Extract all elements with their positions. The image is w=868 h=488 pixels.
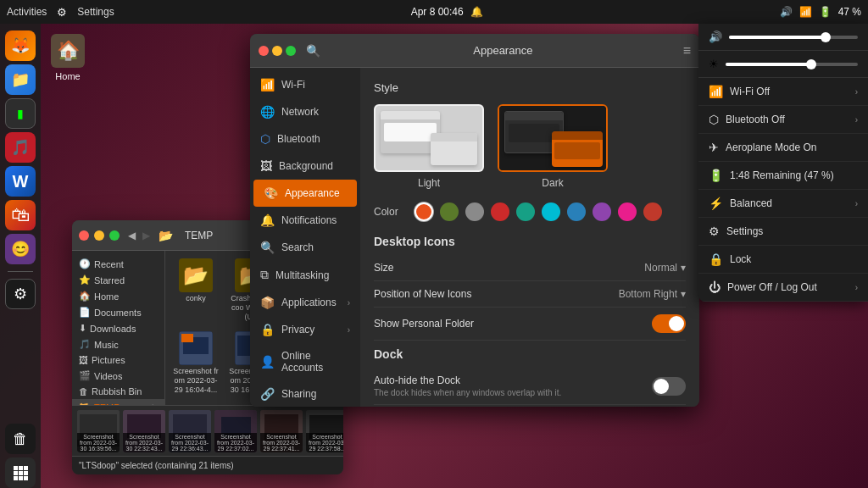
thumb-2[interactable]: Screenshot from 2022-03-30 22:32:43... (123, 410, 165, 452)
multitasking-icon: ⧉ (260, 268, 269, 282)
sidebar-item-music[interactable]: 🎵Music (72, 336, 164, 352)
sidebar-item-rubbish[interactable]: 🗑Rubbish Bin (72, 384, 164, 399)
color-blue[interactable] (567, 202, 586, 221)
dock-item-firefox[interactable]: 🦊 (5, 30, 36, 61)
settings-item-privacy[interactable]: 🔒 Privacy › (250, 316, 360, 343)
color-pink[interactable] (618, 202, 637, 221)
activities-button[interactable]: Activities (7, 6, 47, 18)
dock-item-settings[interactable]: ⚙ (5, 279, 36, 309)
file-screen1-label: Screenshot from 2022-03-29 16:04-4... (173, 367, 219, 394)
file-conky-label: conky (186, 294, 206, 303)
color-orange[interactable] (415, 202, 433, 221)
size-value-text: Normal (644, 262, 677, 274)
color-crimson[interactable] (643, 202, 662, 221)
brightness-icon: ☀ (709, 58, 719, 70)
color-red[interactable] (491, 202, 509, 221)
color-cyan[interactable] (542, 202, 560, 221)
settings-item-search[interactable]: 🔍 Search (250, 234, 360, 261)
qp-aeroplane[interactable]: ✈ Aeroplane Mode On (698, 134, 868, 162)
search-settings-icon: 🔍 (260, 241, 275, 254)
dock-item-files[interactable]: 📁 (5, 64, 36, 95)
sidebar-item-temp[interactable]: 📂TEMP ✎ (72, 399, 164, 405)
settings-item-network[interactable]: 🌐 Network (250, 98, 360, 125)
sidebar-item-starred[interactable]: ⭐Starred (72, 272, 164, 288)
settings-item-apps[interactable]: 📦 Applications › (250, 289, 360, 316)
settings-min-btn[interactable] (272, 46, 282, 56)
sidebar-item-videos[interactable]: 🎬Videos (72, 368, 164, 384)
qp-battery[interactable]: 🔋 1:48 Remaining (47 %) (698, 162, 868, 190)
thumb-3[interactable]: Screenshot from 2022-03-29 22:36:43... (169, 410, 211, 452)
dark-preview (498, 104, 608, 172)
wifi-icon[interactable]: 📶 (799, 6, 812, 18)
settings-max-btn[interactable] (286, 46, 296, 56)
brightness-slider[interactable] (726, 63, 858, 66)
sidebar-item-pictures[interactable]: 🖼Pictures (72, 352, 164, 368)
speaker-icon[interactable]: 🔊 (780, 6, 793, 18)
qp-wifi-label: Wi-Fi Off (730, 86, 770, 97)
qp-wifi[interactable]: 📶 Wi-Fi Off › (698, 78, 868, 106)
sidebar-item-downloads[interactable]: ⬇Downloads (72, 320, 164, 336)
position-value[interactable]: Bottom Right ▾ (619, 288, 686, 300)
qp-bt-label: Bluetooth Off (726, 114, 785, 125)
dock-item-grid[interactable] (5, 458, 36, 488)
thumb-5[interactable]: Screenshot from 2022-03-29 22:37:41... (260, 410, 303, 452)
sidebar-item-documents[interactable]: 📄Documents (72, 304, 164, 320)
color-purple[interactable] (593, 202, 611, 221)
file-item-conky[interactable]: 📂 conky (170, 256, 221, 324)
files-close-btn[interactable] (79, 230, 89, 241)
dock-item-terminal[interactable]: ▮ (5, 98, 36, 129)
background-icon: 🖼 (260, 159, 272, 173)
personal-folder-toggle[interactable] (652, 314, 686, 333)
personal-folder-row: Show Personal Folder (374, 308, 686, 341)
autohide-toggle[interactable] (652, 377, 686, 396)
sidebar-item-home[interactable]: 🏠Home (72, 288, 164, 304)
color-olive[interactable] (440, 202, 459, 221)
settings-item-bluetooth[interactable]: ⬡ Bluetooth (250, 125, 360, 152)
settings-item-notifications[interactable]: 🔔 Notifications (250, 207, 360, 234)
file-item-screen1[interactable]: Screenshot from 2022-03-29 16:04-4... (170, 329, 221, 396)
files-window-title: TEMP (185, 230, 213, 241)
style-option-dark[interactable]: Dark (498, 104, 608, 189)
qp-lock-left: 🔒 Lock (709, 252, 751, 266)
sidebar-item-recent[interactable]: 🕐Recent (72, 256, 164, 272)
settings-search-btn[interactable]: 🔍 (303, 41, 323, 61)
color-teal[interactable] (516, 202, 535, 221)
files-back-btn[interactable]: ◀ (128, 230, 136, 241)
desktop: Activities ⚙ Settings Apr 8 00:46 🔔 🔊 📶 … (0, 0, 868, 488)
settings-item-appearance-label: Appearance (285, 187, 340, 199)
settings-close-btn[interactable] (259, 46, 269, 56)
settings-item-multitasking[interactable]: ⧉ Multitasking (250, 261, 360, 289)
style-option-light[interactable]: Light (374, 104, 484, 189)
thumb-4[interactable]: Screenshot from 2022-03-29 22:37:02... (214, 410, 257, 452)
battery-label: 47 % (838, 6, 861, 18)
qp-power[interactable]: ⏻ Power Off / Log Out › (698, 274, 868, 302)
home-folder-icon: 🏠 (51, 34, 85, 68)
svg-rect-6 (14, 476, 18, 480)
settings-item-background[interactable]: 🖼 Background (250, 152, 360, 180)
settings-item-accounts[interactable]: 👤 Online Accounts (250, 343, 360, 380)
files-min-btn[interactable] (94, 230, 104, 241)
settings-item-sharing[interactable]: 🔗 Sharing (250, 380, 360, 407)
dock-item-emoji[interactable]: 😊 (5, 234, 36, 264)
size-value[interactable]: Normal ▾ (644, 262, 686, 274)
thumb-6[interactable]: Screenshot from 2022-03-29 22:37:58... (306, 410, 343, 452)
thumb-1[interactable]: Screenshot from 2022-03-30 16:39:56... (77, 410, 120, 452)
settings-item-sharing-label: Sharing (281, 388, 316, 400)
volume-slider[interactable] (729, 36, 858, 39)
color-gray[interactable] (465, 202, 484, 221)
autohide-knob (654, 379, 669, 394)
qp-bluetooth[interactable]: ⬡ Bluetooth Off › (698, 106, 868, 134)
qp-settings[interactable]: ⚙ Settings (698, 218, 868, 246)
files-max-btn[interactable] (109, 230, 120, 241)
settings-item-appearance[interactable]: 🎨 Appearance (253, 180, 357, 207)
battery-icon[interactable]: 🔋 (819, 6, 832, 18)
qp-balanced[interactable]: ⚡ Balanced › (698, 190, 868, 218)
dock-item-trash[interactable]: 🗑 (5, 424, 36, 454)
qp-lock[interactable]: 🔒 Lock (698, 246, 868, 274)
dock-item-libreoffice[interactable]: W (5, 166, 36, 197)
settings-menu-btn[interactable]: ≡ (683, 43, 691, 58)
desktop-home-icon[interactable]: 🏠 Home (51, 34, 85, 81)
dock-item-rhythmbox[interactable]: 🎵 (5, 132, 36, 163)
dock-item-appstore[interactable]: 🛍 (5, 200, 36, 230)
settings-item-wifi[interactable]: 📶 Wi-Fi (250, 71, 360, 98)
